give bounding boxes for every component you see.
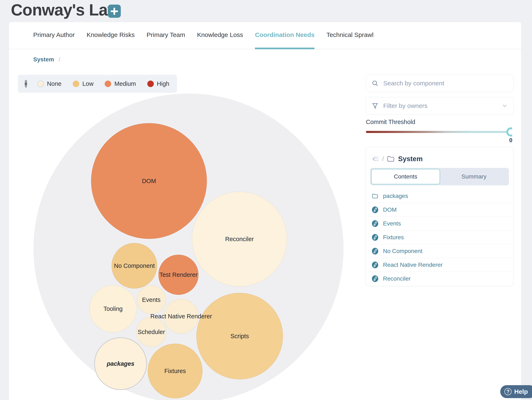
legend-label: Medium (114, 80, 136, 87)
tab-contents[interactable]: Contents (371, 169, 440, 184)
plus-icon (111, 8, 118, 15)
commit-threshold-slider: 0 (366, 126, 512, 149)
legend-item-medium: Medium (105, 80, 136, 87)
tab-knowledge-loss[interactable]: Knowledge Loss (197, 31, 243, 49)
search-input[interactable]: Search by component (366, 74, 513, 92)
legend-dot-low (73, 80, 79, 87)
list-item-label: Events (383, 220, 401, 227)
git-branch-icon (372, 234, 378, 241)
bubble-label: Scripts (230, 333, 249, 340)
git-branch-icon (372, 206, 378, 213)
tab-summary[interactable]: Summary (440, 169, 508, 184)
bubble-label: React Native Renderer (151, 313, 212, 320)
list-item-fixtures[interactable]: Fixtures (366, 230, 513, 244)
question-icon: ? (504, 388, 512, 395)
info-icon[interactable]: i (25, 80, 27, 87)
search-placeholder: Search by component (383, 80, 444, 87)
bubble-dom[interactable]: DOM (91, 123, 207, 239)
git-branch-icon (372, 248, 378, 254)
bubble-label: DOM (142, 178, 156, 185)
list-item-label: No Component (383, 248, 422, 254)
bubble-label: Test Renderer (159, 271, 197, 278)
slider-value: 0 (509, 137, 512, 144)
panel-tabs: Contents Summary (370, 168, 509, 185)
bubble-scripts[interactable]: Scripts (196, 293, 283, 379)
list-item-label: DOM (383, 206, 397, 213)
bubble-reconciler[interactable]: Reconciler (192, 192, 287, 286)
back-icon[interactable] (372, 156, 379, 162)
legend-label: High (157, 80, 170, 87)
list-item-reconciler[interactable]: Reconciler (366, 272, 513, 286)
bubble-no-component[interactable]: No Component (112, 243, 157, 289)
page-title: Conway's Law (11, 0, 120, 19)
list-item-no-component[interactable]: No Component (366, 244, 513, 258)
breadcrumb: System / (33, 56, 60, 63)
legend-label: None (47, 80, 61, 87)
tab-bar: Primary Author Knowledge Risks Primary T… (33, 31, 374, 49)
contents-list: packages DOM Events (366, 189, 513, 286)
main-card: Primary Author Knowledge Risks Primary T… (9, 22, 521, 400)
bubble-tooling[interactable]: Tooling (89, 285, 137, 332)
slider-handle[interactable] (506, 127, 512, 136)
panel-title: System (398, 155, 423, 163)
folder-icon (387, 155, 395, 162)
tab-primary-author[interactable]: Primary Author (33, 31, 75, 49)
tab-primary-team[interactable]: Primary Team (147, 31, 185, 49)
bubble-label: Tooling (103, 305, 123, 312)
bubble-packages[interactable]: packages (94, 337, 147, 390)
git-branch-icon (372, 220, 378, 227)
search-icon (372, 80, 379, 87)
git-branch-icon (372, 262, 378, 268)
bubble-events[interactable]: Events (137, 285, 166, 314)
legend-dot-high (147, 80, 154, 87)
breadcrumb-separator: / (58, 56, 60, 63)
bubble-label: Scheduler (138, 329, 165, 335)
bubble-label: packages (107, 360, 134, 367)
list-item-dom[interactable]: DOM (366, 203, 513, 217)
bubble-label: Fixtures (164, 368, 186, 375)
chevron-down-icon (501, 103, 508, 109)
bubble-label: No Component (114, 262, 155, 269)
legend-label: Low (82, 80, 93, 87)
help-label: Help (514, 388, 528, 395)
bubble-react-native-renderer[interactable]: React Native Renderer (164, 299, 198, 334)
legend: i None Low Medium High (18, 75, 177, 93)
slider-track[interactable] (366, 131, 511, 133)
filter-owners-select[interactable]: Filter by owners (366, 97, 513, 115)
bubble-test-renderer[interactable]: Test Renderer (158, 255, 198, 295)
list-item-packages[interactable]: packages (366, 189, 513, 203)
breadcrumb-system[interactable]: System (33, 56, 54, 63)
list-item-label: Reconciler (383, 275, 411, 282)
bubble-label: Reconciler (225, 236, 254, 243)
panel-header: / System (372, 155, 423, 163)
git-branch-icon (372, 275, 378, 282)
tab-coordination-needs[interactable]: Coordination Needs (255, 31, 315, 49)
list-item-events[interactable]: Events (366, 217, 513, 230)
bubble-label: Events (142, 296, 161, 303)
help-button[interactable]: ? Help (500, 385, 532, 398)
list-item-label: Fixtures (383, 234, 404, 241)
legend-dot-medium (105, 80, 111, 87)
tab-knowledge-risks[interactable]: Knowledge Risks (87, 31, 135, 49)
list-item-label: React Native Renderer (383, 262, 443, 268)
legend-item-high: High (147, 80, 170, 87)
filter-placeholder: Filter by owners (383, 102, 428, 109)
bubble-scheduler[interactable]: Scheduler (136, 317, 166, 347)
folder-icon (372, 193, 378, 199)
system-panel: / System Contents Summary packages (366, 147, 513, 286)
filter-funnel-icon (372, 102, 379, 109)
add-button[interactable] (108, 5, 121, 18)
panel-breadcrumb-separator: / (382, 155, 384, 162)
bubble-fixtures[interactable]: Fixtures (148, 344, 203, 398)
legend-item-none: None (38, 80, 61, 87)
legend-item-low: Low (73, 80, 93, 87)
list-item-label: packages (383, 193, 408, 199)
list-item-react-native-renderer[interactable]: React Native Renderer (366, 258, 513, 272)
legend-dot-none (38, 80, 44, 87)
commit-threshold-label: Commit Threshold (366, 119, 415, 125)
tab-technical-sprawl[interactable]: Technical Sprawl (326, 31, 374, 49)
